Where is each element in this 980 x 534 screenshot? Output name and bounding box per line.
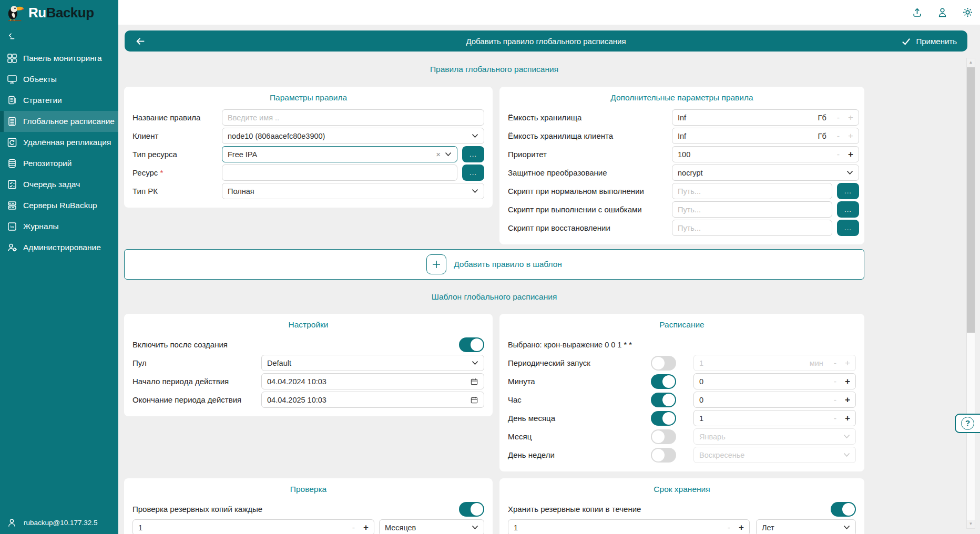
plus-icon (426, 254, 446, 274)
increment-button[interactable]: + (844, 112, 853, 123)
sidebar-collapse-button[interactable] (0, 25, 118, 44)
storage-capacity-label: Ёмкость хранилища (508, 113, 672, 122)
profile-icon[interactable] (937, 7, 948, 18)
day-of-month-input[interactable] (699, 414, 830, 423)
decrement-button[interactable]: - (833, 113, 844, 122)
sidebar-item-remote-replication[interactable]: Удалённая репликация (0, 132, 118, 153)
retention-toggle[interactable] (831, 502, 856, 517)
vertical-scrollbar[interactable]: ▲ ▼ (966, 58, 975, 529)
sidebar-item-task-queue[interactable]: Очередь задач (0, 174, 118, 195)
decrement-button[interactable]: - (348, 523, 359, 532)
increment-button[interactable]: + (841, 413, 850, 424)
minute-toggle[interactable] (651, 374, 676, 389)
month-select[interactable]: Январь (693, 428, 856, 445)
sidebar-item-administration[interactable]: Администрирование (0, 237, 118, 258)
script-restore-browse-button[interactable]: ... (837, 220, 859, 236)
sidebar-item-servers[interactable]: Серверы RuBackup (0, 195, 118, 216)
decrement-button[interactable]: - (830, 377, 841, 386)
crypto-select[interactable]: nocrypt (672, 165, 859, 181)
resource-browse-button[interactable]: ... (462, 165, 484, 181)
enable-after-create-toggle[interactable] (459, 337, 484, 352)
client-select[interactable]: node10 (806aacefc80e3900) (222, 128, 484, 144)
verify-toggle[interactable] (459, 502, 484, 517)
month-toggle[interactable] (651, 429, 676, 444)
increment-button[interactable]: + (841, 395, 850, 405)
priority-input[interactable] (678, 150, 833, 159)
minute-input[interactable] (699, 377, 830, 386)
current-user[interactable]: rubackup@10.177.32.5 (7, 518, 98, 528)
day-of-week-toggle[interactable] (651, 448, 676, 463)
hour-toggle[interactable] (651, 393, 676, 407)
hour-spinner: - + (693, 392, 856, 408)
day-of-week-select[interactable]: Воскресенье (693, 447, 856, 463)
increment-button[interactable]: + (841, 376, 850, 387)
period-end-field[interactable]: 04.04.2025 10:03 (261, 392, 484, 408)
scrollbar-thumb[interactable] (967, 67, 975, 333)
resource-type-browse-button[interactable]: ... (462, 146, 484, 162)
sidebar-item-monitoring[interactable]: Панель мониторинга (0, 48, 118, 69)
decrement-button[interactable]: - (723, 523, 734, 532)
sidebar-item-strategies[interactable]: Стратегии (0, 90, 118, 111)
verify-unit-select[interactable]: Месяцев (379, 519, 484, 534)
chevron-down-icon (472, 525, 478, 530)
script-error-input[interactable] (678, 206, 826, 214)
day-of-month-toggle[interactable] (651, 411, 676, 426)
add-rule-to-template-button[interactable]: Добавить правило в шаблон (124, 249, 864, 280)
calendar-icon[interactable] (470, 396, 478, 404)
retention-card: Срок хранения Хранить резервные копии в … (499, 478, 864, 534)
verify-interval-input[interactable] (138, 523, 348, 532)
calendar-icon[interactable] (470, 377, 478, 386)
verify-unit-value: Месяцев (385, 523, 416, 532)
hour-label: Час (508, 395, 651, 404)
sidebar-item-objects[interactable]: Объекты (0, 69, 118, 90)
decrement-button[interactable]: - (830, 358, 841, 368)
script-error-browse-button[interactable]: ... (837, 201, 859, 218)
increment-button[interactable]: + (844, 149, 853, 160)
resource-input[interactable] (228, 169, 452, 177)
sidebar-item-label: Журналы (23, 222, 59, 231)
decrement-button[interactable]: - (830, 414, 841, 423)
sidebar-item-global-schedule[interactable]: Глобальное расписание (0, 111, 118, 132)
apply-button[interactable]: Применить (901, 37, 957, 46)
pool-select[interactable]: Default (261, 355, 484, 371)
client-label: Клиент (132, 131, 222, 140)
decrement-button[interactable]: - (833, 150, 844, 159)
crypto-select-value: nocrypt (678, 169, 703, 177)
clear-icon[interactable]: × (436, 150, 441, 159)
export-upload-icon[interactable] (912, 7, 923, 18)
periodic-run-input[interactable] (699, 359, 805, 367)
script-success-input[interactable] (678, 187, 826, 196)
user-icon (7, 518, 17, 528)
rule-name-input[interactable] (228, 114, 478, 122)
increment-button[interactable]: + (734, 522, 744, 533)
script-error-label: Скрипт при выполнении с ошибками (508, 205, 672, 214)
schedule-title: Расписание (508, 320, 856, 330)
resource-type-combobox[interactable]: Free IPA × (222, 146, 457, 162)
settings-gear-icon[interactable] (962, 7, 973, 18)
help-button[interactable]: ? (955, 414, 980, 433)
periodic-run-toggle[interactable] (651, 356, 676, 371)
retention-interval-spinner: - + (508, 519, 750, 534)
backup-type-select[interactable]: Полная (222, 183, 484, 199)
decrement-button[interactable]: - (833, 131, 844, 141)
increment-button[interactable]: + (841, 358, 850, 368)
retention-interval-input[interactable] (514, 523, 723, 532)
storage-capacity-input[interactable] (678, 114, 814, 122)
log-icon: log (7, 221, 17, 232)
scrollbar-up-arrow[interactable]: ▲ (967, 58, 975, 67)
retention-unit-select[interactable]: Лет (756, 519, 856, 534)
cron-expression-summary: Выбрано: крон-выражение 0 0 1 * * (508, 336, 856, 353)
client-capacity-input[interactable] (678, 132, 814, 140)
app-window: RuBackup Панель мониторинга (0, 0, 980, 534)
script-restore-input[interactable] (678, 224, 826, 232)
script-success-browse-button[interactable]: ... (837, 183, 859, 199)
day-of-month-label: День месяца (508, 414, 651, 423)
scrollbar-down-arrow[interactable]: ▼ (967, 520, 975, 528)
decrement-button[interactable]: - (830, 395, 841, 405)
period-start-field[interactable]: 04.04.2024 10:03 (261, 373, 484, 389)
increment-button[interactable]: + (359, 522, 369, 533)
sidebar-item-repository[interactable]: Репозиторий (0, 153, 118, 174)
increment-button[interactable]: + (844, 131, 853, 141)
sidebar-item-journals[interactable]: log Журналы (0, 216, 118, 237)
hour-input[interactable] (699, 396, 830, 404)
